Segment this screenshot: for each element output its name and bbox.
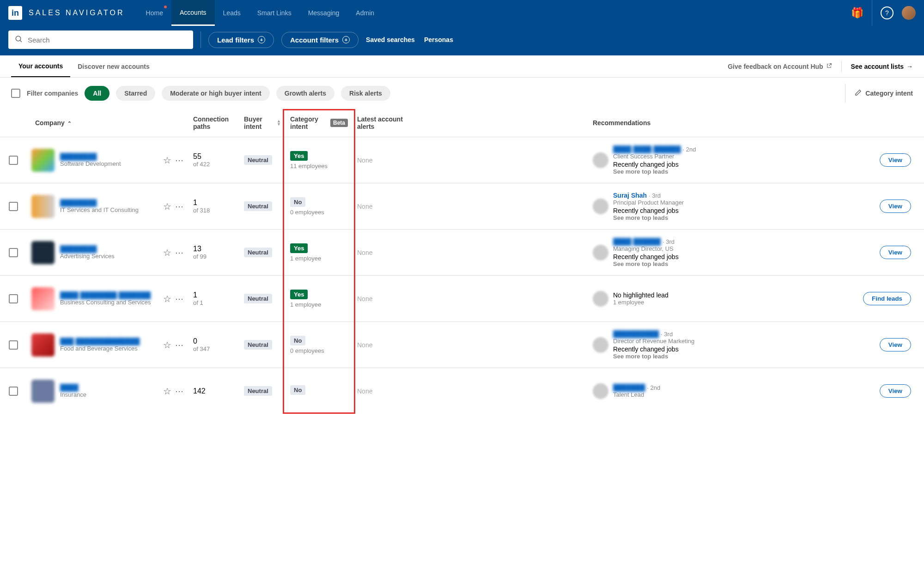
search-box[interactable]	[8, 30, 193, 49]
personas-link[interactable]: Personas	[424, 36, 453, 43]
view-button[interactable]: View	[880, 338, 911, 351]
star-icon[interactable]: ☆	[163, 201, 171, 212]
nav-admin[interactable]: Admin	[347, 0, 383, 26]
star-icon[interactable]: ☆	[163, 293, 171, 304]
chip-all[interactable]: All	[85, 86, 109, 101]
row-checkbox[interactable]	[9, 156, 18, 165]
view-button[interactable]: View	[880, 200, 911, 213]
nav-leads[interactable]: Leads	[215, 0, 249, 26]
alerts-cell: None	[353, 249, 426, 256]
connection-count: 55	[193, 152, 235, 161]
help-icon[interactable]: ?	[881, 6, 894, 19]
feedback-link[interactable]: Give feedback on Account Hub	[728, 63, 832, 70]
filter-row: Filter companies All Starred Moderate or…	[0, 78, 924, 109]
more-icon[interactable]: ⋯	[175, 294, 184, 304]
connection-count: 13	[193, 245, 235, 253]
user-avatar[interactable]	[902, 6, 916, 20]
rec-title: Director of Revenue Marketing	[613, 338, 875, 345]
col-company[interactable]: Company ⌄	[27, 119, 188, 127]
rec-more-link[interactable]: See more top leads	[613, 214, 875, 221]
row-checkbox[interactable]	[9, 387, 18, 396]
sub-divider	[841, 61, 842, 72]
company-name[interactable]: ████████	[60, 199, 139, 206]
rec-name[interactable]: ████ ██████	[613, 238, 661, 245]
rec-avatar	[593, 152, 608, 168]
tab-your-accounts[interactable]: Your accounts	[11, 55, 70, 77]
linkedin-logo[interactable]: in	[8, 6, 22, 20]
rec-name[interactable]: No highlighted lead	[613, 291, 669, 299]
saved-searches-link[interactable]: Saved searches	[366, 36, 415, 43]
company-name[interactable]: ████████	[60, 245, 115, 253]
chip-growth[interactable]: Growth alerts	[276, 86, 334, 101]
recommendation-cell: ████ ██████ · 3rd Managing Director, US …	[588, 238, 924, 267]
more-icon[interactable]: ⋯	[175, 201, 184, 212]
col-alerts[interactable]: Latest account alerts	[353, 115, 426, 130]
rec-name[interactable]: ██████████	[613, 330, 659, 338]
connection-cell: 13 of 99	[188, 245, 239, 260]
tab-discover[interactable]: Discover new accounts	[70, 55, 157, 77]
connection-total: of 99	[193, 253, 235, 260]
company-industry: Advertising Services	[60, 253, 115, 260]
alert-value: None	[357, 157, 372, 164]
view-button[interactable]: View	[880, 246, 911, 259]
rec-more-link[interactable]: See more top leads	[613, 168, 875, 175]
nav-messaging[interactable]: Messaging	[300, 0, 348, 26]
nav-accounts[interactable]: Accounts	[171, 0, 215, 26]
select-all-checkbox[interactable]	[11, 89, 20, 98]
search-separator	[201, 31, 201, 48]
more-icon[interactable]: ⋯	[175, 340, 184, 350]
row-checkbox[interactable]	[9, 294, 18, 303]
row-checkbox[interactable]	[9, 202, 18, 211]
col-category-intent[interactable]: Category intent Beta	[286, 115, 353, 130]
see-account-lists-link[interactable]: See account lists →	[851, 63, 913, 70]
category-intent-cell: Yes 1 employee	[286, 290, 353, 308]
rec-name[interactable]: Suraj Shah	[613, 192, 647, 199]
view-button[interactable]: View	[880, 384, 911, 398]
search-input[interactable]	[28, 36, 187, 44]
star-icon[interactable]: ☆	[163, 386, 171, 397]
company-name[interactable]: ████████	[60, 153, 121, 160]
star-icon[interactable]: ☆	[163, 247, 171, 258]
rec-degree: · 2nd	[647, 384, 660, 391]
sort-asc-icon: ⌄	[67, 120, 72, 126]
row-checkbox[interactable]	[9, 340, 18, 350]
view-button[interactable]: View	[880, 153, 911, 167]
rec-more-link[interactable]: See more top leads	[613, 353, 875, 360]
more-icon[interactable]: ⋯	[175, 155, 184, 165]
nav-home[interactable]: Home	[138, 0, 171, 26]
star-icon[interactable]: ☆	[163, 155, 171, 166]
company-name[interactable]: ████ ████████ ███████	[60, 291, 151, 299]
rec-title: 1 employee	[613, 299, 858, 306]
nav-smart-links[interactable]: Smart Links	[249, 0, 300, 26]
more-icon[interactable]: ⋯	[175, 386, 184, 396]
table-header: Company ⌄ Connection paths Buyer intent …	[0, 109, 924, 137]
star-icon[interactable]: ☆	[163, 339, 171, 351]
notification-dot-icon	[164, 6, 167, 8]
company-name[interactable]: ████	[60, 384, 86, 391]
rec-name[interactable]: ███████	[613, 384, 645, 391]
company-cell: ████ ████████ ███████ Business Consultin…	[27, 287, 188, 310]
gift-icon[interactable]: 🎁	[851, 6, 863, 19]
rec-more-link[interactable]: See more top leads	[613, 260, 875, 267]
chip-starred[interactable]: Starred	[116, 86, 155, 101]
rec-name[interactable]: ████ ████ ██████	[613, 145, 681, 153]
col-connection[interactable]: Connection paths	[188, 115, 239, 130]
rec-change: Recently changed jobs	[613, 253, 875, 260]
rec-title: Talent Lead	[613, 391, 875, 398]
find-leads-button[interactable]: Find leads	[863, 292, 911, 305]
company-name[interactable]: ███ ██████████████	[60, 338, 140, 345]
account-filters-button[interactable]: Account filters +	[281, 32, 359, 48]
col-buyer-intent[interactable]: Buyer intent ▲▼	[239, 115, 286, 130]
row-checkbox[interactable]	[9, 248, 18, 257]
lead-filters-button[interactable]: Lead filters +	[208, 32, 274, 48]
category-intent-button[interactable]: Category intent	[845, 84, 913, 103]
chip-buyer-intent[interactable]: Moderate or high buyer intent	[162, 86, 270, 101]
company-industry: Business Consulting and Services	[60, 299, 151, 306]
recommendation-cell: ███████ · 2nd Talent Lead View	[588, 383, 924, 399]
rec-change: Recently changed jobs	[613, 207, 875, 214]
more-icon[interactable]: ⋯	[175, 248, 184, 258]
company-cell: ████ Insurance ☆ ⋯	[27, 380, 188, 403]
category-intent-sub: 0 employees	[290, 209, 348, 216]
category-intent-cell: Yes 11 employees	[286, 151, 353, 169]
chip-risk[interactable]: Risk alerts	[341, 86, 390, 101]
